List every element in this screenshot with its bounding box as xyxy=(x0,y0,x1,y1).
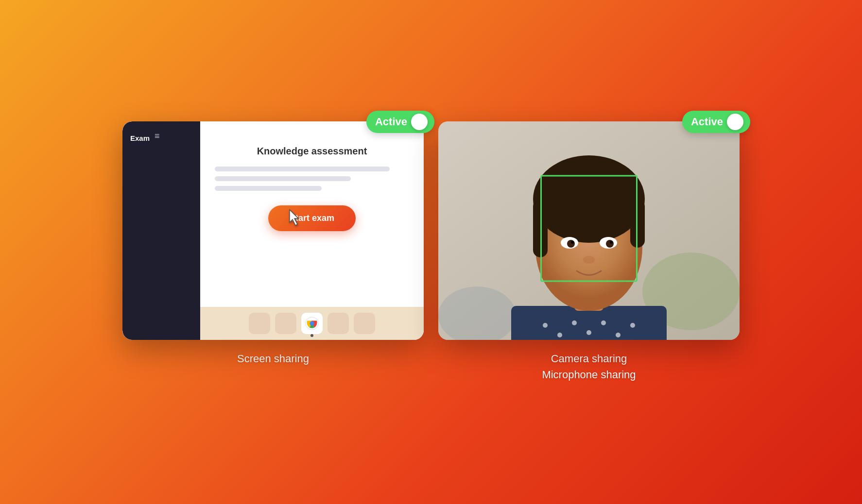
taskbar-icon-3 xyxy=(328,313,349,334)
screen-active-label: Active xyxy=(375,116,407,128)
screen-sharing-label: Screen sharing xyxy=(237,351,309,367)
taskbar-chrome-icon[interactable] xyxy=(301,313,323,334)
svg-point-11 xyxy=(586,330,591,335)
exam-app: Exam ≡ Knowledge assessment Start exam xyxy=(122,121,424,340)
exam-line-3 xyxy=(215,186,322,191)
exam-main-content: Knowledge assessment Start exam xyxy=(200,121,424,340)
camera-card: Active xyxy=(438,121,740,340)
taskbar-icon-2 xyxy=(275,313,296,334)
taskbar-icon-4 xyxy=(354,313,375,334)
exam-sidebar-title: Exam xyxy=(130,134,150,142)
camera-label-2: Microphone sharing xyxy=(542,369,636,381)
svg-point-8 xyxy=(543,323,548,328)
screen-toggle-knob[interactable] xyxy=(411,114,428,130)
camera-label-1: Camera sharing xyxy=(551,353,627,365)
camera-sharing-card: Active xyxy=(438,121,740,383)
taskbar-icon-1 xyxy=(249,313,270,334)
exam-sidebar: Exam ≡ xyxy=(122,121,200,340)
screen-active-badge[interactable]: Active xyxy=(366,111,434,133)
svg-point-13 xyxy=(616,333,621,337)
face-detection-box xyxy=(540,175,638,282)
screen-inner: Exam ≡ Knowledge assessment Start exam xyxy=(122,121,424,340)
svg-point-9 xyxy=(557,333,562,337)
camera-active-label: Active xyxy=(691,116,723,128)
chrome-svg xyxy=(305,317,319,330)
screen-card: Active Exam ≡ Knowledge assessment xyxy=(122,121,424,340)
svg-point-14 xyxy=(630,323,635,328)
exam-lines xyxy=(215,167,409,191)
camera-toggle-knob[interactable] xyxy=(727,114,743,130)
screen-sharing-card: Active Exam ≡ Knowledge assessment xyxy=(122,121,424,367)
camera-inner xyxy=(438,121,740,340)
start-exam-button[interactable]: Start exam xyxy=(268,205,356,231)
svg-point-10 xyxy=(572,320,577,325)
svg-point-2 xyxy=(310,321,314,326)
exam-title: Knowledge assessment xyxy=(215,146,409,157)
camera-active-badge[interactable]: Active xyxy=(682,111,750,133)
taskbar xyxy=(200,307,424,340)
exam-line-1 xyxy=(215,167,390,171)
svg-point-12 xyxy=(601,320,606,325)
exam-line-2 xyxy=(215,176,351,181)
person-photo xyxy=(438,121,740,340)
camera-sharing-label: Camera sharing Microphone sharing xyxy=(542,351,636,383)
menu-icon[interactable]: ≡ xyxy=(155,131,161,141)
main-container: Active Exam ≡ Knowledge assessment xyxy=(103,102,759,402)
